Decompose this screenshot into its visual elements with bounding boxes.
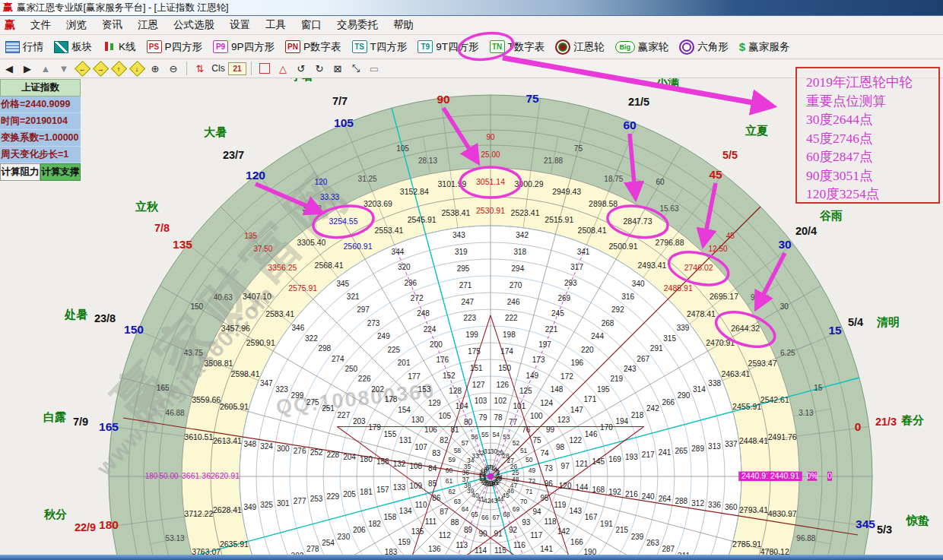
calc-resistance-button[interactable]: 计算阻力: [0, 163, 40, 181]
svg-text:157: 157: [376, 486, 389, 494]
svg-text:78: 78: [494, 413, 503, 422]
svg-text:300: 300: [277, 445, 290, 453]
svg-text:101: 101: [513, 402, 526, 410]
svg-text:2485.91: 2485.91: [664, 283, 693, 293]
menu-item-帮助[interactable]: 帮助: [386, 17, 421, 33]
toolbar-button-9T四方形[interactable]: T99T四方形: [412, 38, 484, 56]
toolbar-button-赢家服务[interactable]: $赢家服务: [734, 38, 795, 56]
toolbar-button-P数字表[interactable]: PNP数字表: [280, 38, 347, 56]
toolbar-button-板块[interactable]: 板块: [49, 38, 97, 56]
toolbar-button-行情[interactable]: 行情: [0, 38, 49, 56]
svg-text:115: 115: [494, 546, 506, 555]
window-title: 赢家江恩专业版[赢家服务平台] - [上证指数 江恩轮]: [17, 2, 228, 14]
solar-term-label: 谷雨: [819, 209, 843, 222]
svg-text:59: 59: [448, 456, 456, 464]
svg-text:114: 114: [475, 546, 487, 555]
updown-arrows-button[interactable]: ⇅: [192, 61, 208, 76]
svg-text:106: 106: [424, 426, 437, 434]
collapse-button[interactable]: ⤡: [348, 61, 364, 76]
forward-button[interactable]: ▶: [19, 61, 36, 76]
svg-text:117: 117: [530, 531, 542, 539]
svg-text:107: 107: [414, 443, 427, 451]
dollar-icon: $: [739, 40, 745, 53]
svg-text:142: 142: [557, 527, 570, 536]
chart-area[interactable]: 赢家财富网www.yingjia360.comQQ:10080036012345…: [0, 78, 943, 560]
back-button[interactable]: ◀: [1, 61, 17, 76]
rotate-ccw-button[interactable]: ↺: [293, 61, 310, 76]
menu-item-公式选股[interactable]: 公式选股: [166, 17, 222, 33]
menu-item-浏览[interactable]: 浏览: [59, 17, 94, 33]
svg-text:181: 181: [360, 488, 373, 496]
menu-item-资讯[interactable]: 资讯: [94, 17, 130, 33]
note-line: 30度2644点: [806, 110, 938, 129]
menu-item-设置[interactable]: 设置: [222, 17, 258, 33]
toolbar-button-江恩轮[interactable]: 江恩轮: [550, 37, 610, 57]
svg-text:67: 67: [492, 514, 500, 521]
calc-support-button[interactable]: 计算支撑: [40, 163, 81, 181]
svg-text:324: 324: [260, 442, 273, 451]
toolbar-button-K线[interactable]: K线: [97, 38, 141, 56]
toolbar-button-六角形[interactable]: 六角形: [674, 37, 734, 57]
menu-item-江恩[interactable]: 江恩: [130, 17, 166, 33]
up-tool-button[interactable]: ▲: [37, 61, 54, 76]
svg-text:56: 56: [471, 433, 478, 441]
down-tool-button[interactable]: ▼: [56, 61, 72, 76]
svg-text:205: 205: [343, 490, 356, 498]
svg-text:2793.41: 2793.41: [739, 505, 768, 514]
svg-text:144: 144: [576, 483, 589, 492]
svg-text:320: 320: [398, 263, 411, 271]
toolbar-button-T四方形[interactable]: TST四方形: [347, 38, 413, 56]
svg-text:270: 270: [510, 281, 522, 289]
svg-text:240: 240: [642, 492, 655, 501]
svg-text:170: 170: [600, 423, 613, 432]
svg-text:215: 215: [615, 526, 628, 534]
menu-item-文件[interactable]: 文件: [23, 17, 59, 33]
menu-item-工具[interactable]: 工具: [258, 17, 294, 33]
boxed-x-button[interactable]: ⊠: [329, 61, 346, 76]
svg-text:57: 57: [462, 439, 469, 447]
svg-text:111: 111: [425, 517, 437, 526]
svg-text:53: 53: [503, 433, 510, 441]
zoom-in-button[interactable]: ⊕: [147, 61, 164, 76]
svg-text:338: 338: [708, 379, 721, 388]
svg-text:291: 291: [650, 344, 663, 353]
svg-text:109: 109: [410, 482, 423, 490]
degree-label: 30: [778, 238, 791, 251]
toolbar-label: P数字表: [303, 40, 341, 54]
zoom-out-button[interactable]: ⊖: [165, 61, 182, 76]
svg-text:249: 249: [377, 332, 390, 340]
title-bar[interactable]: 赢 赢家江恩专业版[赢家服务平台] - [上证指数 江恩轮]: [0, 0, 943, 16]
screen-button[interactable]: ▭: [366, 61, 383, 76]
svg-text:105: 105: [438, 412, 451, 420]
pan-up-button[interactable]: ↑: [110, 61, 127, 76]
toolbar-button-赢家轮[interactable]: Big赢家轮: [610, 38, 675, 56]
pan-left-button[interactable]: ←: [74, 61, 90, 76]
solar-term-label: 白露: [43, 410, 66, 423]
toolbar-button-9P四方形[interactable]: P99P四方形: [208, 38, 280, 56]
panel-row: 变换系数=1.00000: [0, 130, 81, 147]
svg-text:272: 272: [411, 294, 424, 302]
note-line: 60度2847点: [806, 147, 938, 166]
svg-text:99: 99: [546, 426, 555, 434]
svg-text:2470.91: 2470.91: [706, 338, 735, 347]
svg-text:2523.41: 2523.41: [511, 208, 540, 217]
svg-text:95: 95: [541, 494, 550, 502]
calendar-button[interactable]: 21: [228, 62, 246, 75]
svg-text:102: 102: [494, 397, 507, 405]
toolbar-button-P四方形[interactable]: PSP四方形: [141, 38, 208, 56]
svg-text:48: 48: [512, 476, 519, 483]
note-line: 2019年江恩轮中轮: [806, 73, 938, 92]
svg-text:2746.02: 2746.02: [684, 263, 713, 272]
menu-item-交易委托[interactable]: 交易委托: [329, 17, 386, 33]
pan-down-button[interactable]: ↓: [129, 61, 145, 76]
svg-text:201: 201: [398, 359, 411, 367]
rotate-cw-button[interactable]: ↻: [311, 61, 328, 76]
draw-triangle-button[interactable]: △: [275, 61, 291, 76]
svg-text:127: 127: [472, 381, 485, 389]
pan-right-button[interactable]: →: [92, 61, 109, 76]
svg-text:296: 296: [404, 279, 417, 287]
draw-rect-button[interactable]: [256, 61, 273, 76]
toolbar-button-T数字表[interactable]: TNT数字表: [484, 38, 551, 56]
menu-item-窗口[interactable]: 窗口: [294, 17, 329, 33]
cls-button[interactable]: Cls: [210, 61, 227, 76]
